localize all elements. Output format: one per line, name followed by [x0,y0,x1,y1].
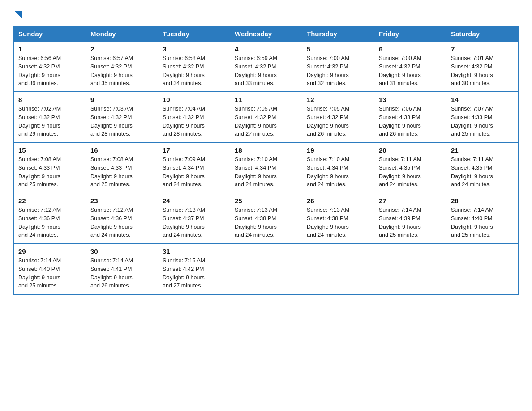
day-header-thursday: Thursday [302,26,374,42]
calendar-cell: 21Sunrise: 7:11 AMSunset: 4:35 PMDayligh… [446,142,519,193]
calendar-week-row: 15Sunrise: 7:08 AMSunset: 4:33 PMDayligh… [14,142,519,193]
calendar-header-row: SundayMondayTuesdayWednesdayThursdayFrid… [14,26,519,42]
day-number: 14 [451,96,514,103]
calendar-cell: 30Sunrise: 7:14 AMSunset: 4:41 PMDayligh… [86,244,158,294]
calendar-cell: 4Sunrise: 6:59 AMSunset: 4:32 PMDaylight… [230,42,302,92]
calendar-cell: 20Sunrise: 7:11 AMSunset: 4:35 PMDayligh… [374,142,446,193]
day-header-friday: Friday [374,26,446,42]
calendar-table: SundayMondayTuesdayWednesdayThursdayFrid… [13,26,519,295]
calendar-cell: 27Sunrise: 7:14 AMSunset: 4:39 PMDayligh… [374,193,446,244]
day-number: 29 [18,248,81,255]
calendar-cell: 11Sunrise: 7:05 AMSunset: 4:32 PMDayligh… [230,92,302,142]
day-info: Sunrise: 7:15 AMSunset: 4:42 PMDaylight:… [163,257,225,290]
day-number: 4 [235,45,297,53]
calendar-cell: 18Sunrise: 7:10 AMSunset: 4:34 PMDayligh… [230,142,302,193]
calendar-week-row: 29Sunrise: 7:14 AMSunset: 4:40 PMDayligh… [14,244,519,294]
logo-arrow-icon [14,11,22,19]
day-info: Sunrise: 7:13 AMSunset: 4:37 PMDaylight:… [163,206,225,240]
day-number: 8 [18,96,81,103]
calendar-cell: 22Sunrise: 7:12 AMSunset: 4:36 PMDayligh… [14,193,86,244]
day-number: 19 [307,146,369,154]
day-info: Sunrise: 7:10 AMSunset: 4:34 PMDaylight:… [235,155,297,189]
day-info: Sunrise: 7:05 AMSunset: 4:32 PMDaylight:… [235,105,297,138]
day-number: 17 [163,146,225,154]
day-info: Sunrise: 6:58 AMSunset: 4:32 PMDaylight:… [163,54,225,88]
day-number: 22 [18,197,81,205]
calendar-cell: 16Sunrise: 7:08 AMSunset: 4:33 PMDayligh… [86,142,158,193]
day-header-sunday: Sunday [14,26,86,42]
day-number: 13 [379,96,442,103]
day-header-saturday: Saturday [446,26,519,42]
day-info: Sunrise: 7:03 AMSunset: 4:32 PMDaylight:… [90,105,153,138]
calendar-week-row: 1Sunrise: 6:56 AMSunset: 4:32 PMDaylight… [14,42,519,92]
day-info: Sunrise: 7:12 AMSunset: 4:36 PMDaylight:… [90,206,153,240]
day-info: Sunrise: 7:04 AMSunset: 4:32 PMDaylight:… [163,105,225,138]
calendar-cell: 13Sunrise: 7:06 AMSunset: 4:33 PMDayligh… [374,92,446,142]
day-info: Sunrise: 6:59 AMSunset: 4:32 PMDaylight:… [235,54,297,88]
calendar-cell: 9Sunrise: 7:03 AMSunset: 4:32 PMDaylight… [86,92,158,142]
calendar-cell: 24Sunrise: 7:13 AMSunset: 4:37 PMDayligh… [158,193,230,244]
day-number: 15 [18,146,81,154]
calendar-cell: 5Sunrise: 7:00 AMSunset: 4:32 PMDaylight… [302,42,374,92]
calendar-cell: 10Sunrise: 7:04 AMSunset: 4:32 PMDayligh… [158,92,230,142]
calendar-week-row: 8Sunrise: 7:02 AMSunset: 4:32 PMDaylight… [14,92,519,142]
day-number: 9 [90,96,153,103]
day-header-wednesday: Wednesday [230,26,302,42]
page-header [13,9,519,18]
calendar-cell: 17Sunrise: 7:09 AMSunset: 4:34 PMDayligh… [158,142,230,193]
day-info: Sunrise: 7:00 AMSunset: 4:32 PMDaylight:… [379,54,442,88]
day-info: Sunrise: 7:02 AMSunset: 4:32 PMDaylight:… [18,105,81,138]
calendar-cell: 25Sunrise: 7:13 AMSunset: 4:38 PMDayligh… [230,193,302,244]
calendar-cell: 14Sunrise: 7:07 AMSunset: 4:33 PMDayligh… [446,92,519,142]
day-number: 20 [379,146,442,154]
calendar-cell: 1Sunrise: 6:56 AMSunset: 4:32 PMDaylight… [14,42,86,92]
day-number: 1 [18,45,81,53]
day-info: Sunrise: 6:57 AMSunset: 4:32 PMDaylight:… [90,54,153,88]
calendar-cell: 2Sunrise: 6:57 AMSunset: 4:32 PMDaylight… [86,42,158,92]
day-number: 24 [163,197,225,205]
day-number: 3 [163,45,225,53]
day-number: 25 [235,197,297,205]
day-number: 23 [90,197,153,205]
calendar-cell: 8Sunrise: 7:02 AMSunset: 4:32 PMDaylight… [14,92,86,142]
day-info: Sunrise: 7:05 AMSunset: 4:32 PMDaylight:… [307,105,369,138]
day-info: Sunrise: 7:12 AMSunset: 4:36 PMDaylight:… [18,206,81,240]
day-number: 11 [235,96,297,103]
calendar-cell: 3Sunrise: 6:58 AMSunset: 4:32 PMDaylight… [158,42,230,92]
day-info: Sunrise: 7:13 AMSunset: 4:38 PMDaylight:… [307,206,369,240]
calendar-cell: 26Sunrise: 7:13 AMSunset: 4:38 PMDayligh… [302,193,374,244]
day-number: 30 [90,248,153,255]
calendar-week-row: 22Sunrise: 7:12 AMSunset: 4:36 PMDayligh… [14,193,519,244]
calendar-cell [230,244,302,294]
calendar-cell: 29Sunrise: 7:14 AMSunset: 4:40 PMDayligh… [14,244,86,294]
day-info: Sunrise: 7:14 AMSunset: 4:40 PMDaylight:… [18,257,81,290]
day-number: 16 [90,146,153,154]
day-info: Sunrise: 7:11 AMSunset: 4:35 PMDaylight:… [379,155,442,189]
day-number: 7 [451,45,514,53]
day-info: Sunrise: 7:14 AMSunset: 4:40 PMDaylight:… [451,206,514,240]
day-number: 21 [451,146,514,154]
day-header-monday: Monday [86,26,158,42]
day-info: Sunrise: 7:09 AMSunset: 4:34 PMDaylight:… [163,155,225,189]
day-info: Sunrise: 7:08 AMSunset: 4:33 PMDaylight:… [18,155,81,189]
calendar-cell: 12Sunrise: 7:05 AMSunset: 4:32 PMDayligh… [302,92,374,142]
calendar-cell: 7Sunrise: 7:01 AMSunset: 4:32 PMDaylight… [446,42,519,92]
day-info: Sunrise: 6:56 AMSunset: 4:32 PMDaylight:… [18,54,81,88]
day-info: Sunrise: 7:06 AMSunset: 4:33 PMDaylight:… [379,105,442,138]
day-number: 12 [307,96,369,103]
logo [13,9,22,18]
calendar-cell [302,244,374,294]
calendar-cell: 31Sunrise: 7:15 AMSunset: 4:42 PMDayligh… [158,244,230,294]
day-info: Sunrise: 7:07 AMSunset: 4:33 PMDaylight:… [451,105,514,138]
calendar-cell [374,244,446,294]
day-info: Sunrise: 7:01 AMSunset: 4:32 PMDaylight:… [451,54,514,88]
day-number: 31 [163,248,225,255]
day-number: 2 [90,45,153,53]
day-info: Sunrise: 7:14 AMSunset: 4:39 PMDaylight:… [379,206,442,240]
calendar-cell: 28Sunrise: 7:14 AMSunset: 4:40 PMDayligh… [446,193,519,244]
calendar-cell: 23Sunrise: 7:12 AMSunset: 4:36 PMDayligh… [86,193,158,244]
day-info: Sunrise: 7:11 AMSunset: 4:35 PMDaylight:… [451,155,514,189]
day-number: 10 [163,96,225,103]
day-number: 28 [451,197,514,205]
day-info: Sunrise: 7:13 AMSunset: 4:38 PMDaylight:… [235,206,297,240]
